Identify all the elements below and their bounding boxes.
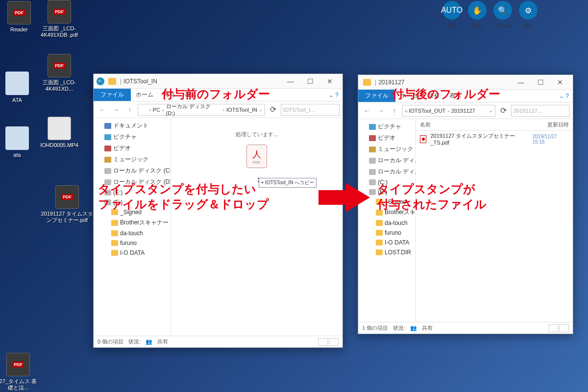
nav-item[interactable]: (C:) xyxy=(358,177,416,187)
file-row[interactable]: 20191127 タイムスタンプセミナー_TS.pdf 2019/11/27 1… xyxy=(416,131,573,147)
nav-item[interactable]: (E:) xyxy=(94,197,171,207)
nav-pane[interactable]: ドキュメントピクチャビデオミュージックローカル ディスク (C:)ローカル ディ… xyxy=(94,118,171,336)
explorer-window-in: | IOTSTool_IN — ☐ ✕ ファイル ホーム 共有 表示 ⌄ ? ←… xyxy=(93,74,343,348)
tab-share[interactable]: 共有 xyxy=(423,90,444,102)
back-button[interactable]: ← xyxy=(97,104,108,116)
desktop-icon[interactable]: IOHD0005.MP4 xyxy=(40,117,78,148)
search-input[interactable]: IOTSTool_I... xyxy=(281,104,340,116)
nav-item[interactable]: ローカル ディスク (D:) xyxy=(358,166,416,177)
file-tab[interactable]: ファイル xyxy=(94,89,131,101)
desktop-icon[interactable]: Reader xyxy=(0,1,38,33)
nav-item[interactable]: da-touch xyxy=(94,228,171,238)
nav-item[interactable]: ピクチャ xyxy=(358,121,416,132)
folder-icon xyxy=(376,249,383,255)
desktop-icon[interactable]: 三面図 _LCD-4K491XDB .pdf xyxy=(40,0,78,38)
separator-icon: | xyxy=(120,78,122,85)
nav-item[interactable]: ドキュメント xyxy=(94,120,171,131)
nav-item[interactable]: Brotherスキャナー xyxy=(358,207,416,218)
search-input[interactable]: 20191127... xyxy=(511,105,570,117)
nav-item[interactable]: ミュージック xyxy=(94,154,171,165)
nav-item[interactable]: I-O DATA xyxy=(358,238,416,247)
content-pane[interactable]: 処理しています... ➤ + IOTSTool_IN へコピー xyxy=(171,118,343,336)
file-tab[interactable]: ファイル xyxy=(358,90,395,102)
item-count: 1 個の項目 xyxy=(362,324,388,332)
refresh-button[interactable]: ⟳ xyxy=(267,104,279,116)
expand-ribbon-icon[interactable]: ⌄ ? xyxy=(325,89,343,101)
minimize-button[interactable]: — xyxy=(511,75,531,89)
nav-item[interactable]: Brotherスキャナー xyxy=(94,217,171,228)
tab-view[interactable]: 表示 xyxy=(180,89,201,101)
folder-icon xyxy=(369,189,376,195)
stamp-verify-button[interactable]: 🔍一括検証 xyxy=(492,1,514,29)
chevron-down-icon[interactable]: ⌄ xyxy=(489,107,493,114)
nav-item[interactable]: ビデオ xyxy=(358,132,416,144)
view-icons-button[interactable] xyxy=(329,338,339,346)
desktop-icon[interactable]: 20191127 タイムスタ ンプセミナー.pdf xyxy=(40,185,94,223)
view-details-button[interactable] xyxy=(318,338,328,346)
forward-button[interactable]: → xyxy=(110,104,122,116)
folder-icon xyxy=(369,169,376,175)
stamp-toolbar: AUTO自動 ✋手動 🔍一括検証 ⚙設定 xyxy=(441,1,539,29)
ribbon: ファイル ホーム 共有 表示 ⌄ ? xyxy=(94,89,343,101)
stamp-manual-button[interactable]: ✋手動 xyxy=(466,1,488,29)
folder-icon xyxy=(376,199,383,205)
nav-item[interactable]: I-O DATA xyxy=(94,248,171,258)
view-icons-button[interactable] xyxy=(559,324,569,332)
close-button[interactable]: ✕ xyxy=(320,74,340,88)
tab-home[interactable]: ホーム xyxy=(395,90,423,102)
drop-tooltip: + IOTSTool_IN へコピー xyxy=(259,178,317,188)
breadcrumb[interactable]: « IOTSTool_OUT› 20191127 ⌄ xyxy=(402,105,495,117)
video-icon xyxy=(48,117,71,140)
tab-view[interactable]: 表示 xyxy=(444,90,466,102)
dragged-pdf-icon[interactable] xyxy=(246,145,267,168)
nav-item[interactable]: _Signed xyxy=(94,207,171,217)
expand-ribbon-icon[interactable]: ⌄ ? xyxy=(555,90,573,102)
nav-item[interactable]: (E:) xyxy=(358,187,416,197)
app-icon xyxy=(97,77,104,85)
col-date[interactable]: 更新日時 xyxy=(547,121,569,128)
nav-item[interactable]: _Signed xyxy=(358,197,416,207)
desktop-icon[interactable]: ATA xyxy=(0,72,36,103)
col-name[interactable]: 名前 xyxy=(420,121,431,128)
tab-share[interactable]: 共有 xyxy=(158,89,180,101)
maximize-button[interactable]: ☐ xyxy=(300,74,320,88)
nav-item[interactable]: ローカル ディスク (C:) xyxy=(358,155,416,166)
nav-pane[interactable]: ピクチャビデオミュージックローカル ディスク (C:)ローカル ディスク (D:… xyxy=(358,119,416,322)
folder-icon xyxy=(363,79,371,86)
nav-item[interactable]: da-touch xyxy=(358,218,416,228)
address-bar: ← → ↑ › PC› ローカル ディスク (D:)› IOTSTool_IN … xyxy=(94,101,343,118)
back-button[interactable]: ← xyxy=(361,105,373,117)
nav-item[interactable]: furuno xyxy=(94,238,171,248)
up-button[interactable]: ↑ xyxy=(389,105,400,117)
desktop-icon[interactable]: 27_タイムス 基礎と活... xyxy=(0,353,37,391)
view-details-button[interactable] xyxy=(548,324,558,332)
nav-item[interactable]: ビデオ xyxy=(94,143,171,154)
tab-home[interactable]: ホーム xyxy=(131,89,158,101)
minimize-button[interactable]: — xyxy=(281,74,300,88)
folder-icon xyxy=(104,157,111,163)
status-label: 状況: xyxy=(393,324,405,332)
titlebar[interactable]: | IOTSTool_IN — ☐ ✕ xyxy=(94,74,343,89)
titlebar[interactable]: | 20191127 — ☐ ✕ xyxy=(358,75,573,90)
pdf-icon xyxy=(55,185,79,209)
nav-item[interactable]: furuno xyxy=(358,228,416,238)
column-headers[interactable]: 名前 更新日時 xyxy=(416,119,573,131)
maximize-button[interactable]: ☐ xyxy=(531,75,550,89)
nav-item[interactable]: ミュージック xyxy=(358,144,416,155)
nav-item[interactable]: ローカル ディスク (D:) xyxy=(94,176,171,188)
forward-button[interactable]: → xyxy=(375,105,387,117)
content-pane[interactable]: 名前 更新日時 20191127 タイムスタンプセミナー_TS.pdf 2019… xyxy=(416,119,573,322)
nav-item[interactable]: (E:) xyxy=(94,188,171,197)
breadcrumb[interactable]: › PC› ローカル ディスク (D:)› IOTSTool_IN ⌄ xyxy=(138,104,265,116)
up-button[interactable]: ↑ xyxy=(124,104,136,116)
stamp-auto-button[interactable]: AUTO自動 xyxy=(441,1,463,29)
desktop-icon[interactable]: ata xyxy=(0,126,36,158)
nav-item[interactable]: ローカル ディスク (C:) xyxy=(94,165,171,176)
chevron-down-icon[interactable]: ⌄ xyxy=(258,106,263,113)
stamp-settings-button[interactable]: ⚙設定 xyxy=(517,1,539,29)
refresh-button[interactable]: ⟳ xyxy=(497,105,509,117)
close-button[interactable]: ✕ xyxy=(550,75,570,89)
desktop-icon[interactable]: 三面図 _LCD-4K491XD... xyxy=(40,54,78,92)
nav-item[interactable]: ピクチャ xyxy=(94,131,171,143)
nav-item[interactable]: LOST.DIR xyxy=(358,247,416,257)
